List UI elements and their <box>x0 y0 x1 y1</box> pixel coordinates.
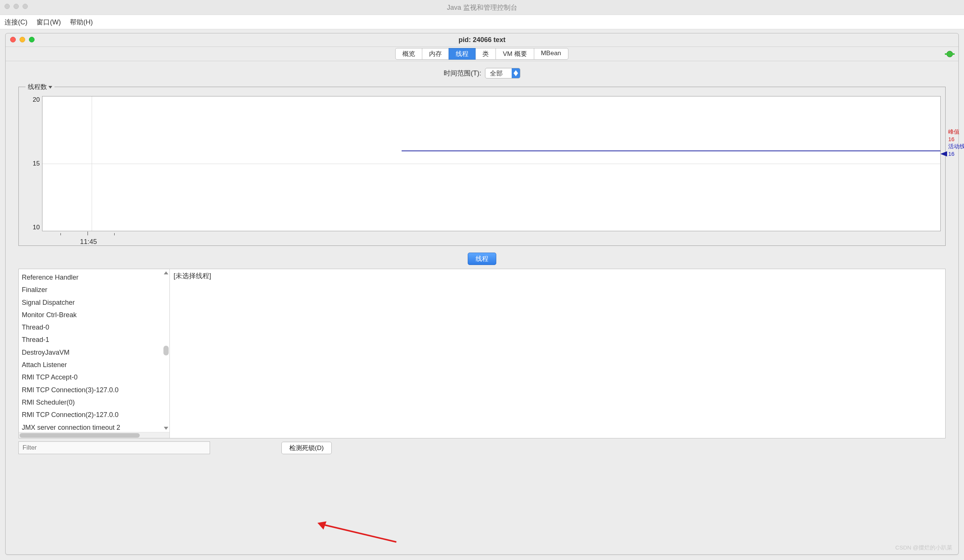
list-item[interactable]: Signal Dispatcher <box>22 297 169 309</box>
list-item[interactable]: Thread-1 <box>22 334 169 346</box>
thread-list-vscrollbar[interactable] <box>163 271 169 430</box>
y-tick: 10 <box>33 224 40 231</box>
list-item[interactable]: Monitor Ctrl-Break <box>22 309 169 321</box>
connection-title: pid: 24066 text <box>458 36 505 44</box>
legend-live-value: 16 <box>948 151 954 157</box>
x-tick-label: 11:45 <box>80 238 97 246</box>
tabs: 概览 内存 线程 类 VM 概要 MBean <box>396 48 568 60</box>
svg-marker-6 <box>940 151 947 156</box>
legend-arrow-icon <box>940 151 947 156</box>
close-icon[interactable] <box>10 37 16 42</box>
chart-y-axis: 20 15 10 <box>23 96 42 231</box>
chart-group-title: 线程数 <box>28 83 47 91</box>
chevron-down-icon <box>49 85 52 89</box>
list-item[interactable]: Reference Handler <box>22 271 169 284</box>
legend-peak-value: 16 <box>948 136 954 142</box>
detect-deadlock-button[interactable]: 检测死锁(D) <box>282 442 332 454</box>
outer-titlebar: Java 监视和管理控制台 <box>0 0 964 15</box>
tab-vmsummary[interactable]: VM 概要 <box>495 48 534 60</box>
menubar: 连接(C) 窗口(W) 帮助(H) <box>0 15 964 29</box>
threads-panel: Reference Handler Finalizer Signal Dispa… <box>18 269 946 438</box>
annotation-arrow-icon <box>318 521 400 544</box>
y-tick: 15 <box>33 160 40 167</box>
live-threads-line <box>402 151 940 151</box>
tabs-row: 概览 内存 线程 类 VM 概要 MBean <box>6 47 958 61</box>
svg-rect-1 <box>945 53 948 55</box>
outer-window-title: Java 监视和管理控制台 <box>447 3 517 12</box>
outer-dot <box>5 4 10 9</box>
list-item[interactable]: JMX server connection timeout 2 <box>22 422 169 432</box>
list-item[interactable]: Attach Listener <box>22 359 169 371</box>
filter-input[interactable] <box>18 442 210 454</box>
outer-traffic-lights <box>5 4 28 9</box>
svg-line-7 <box>322 524 396 542</box>
legend-peak-label: 峰值 <box>948 128 959 135</box>
list-item[interactable]: DestroyJavaVM <box>22 346 169 359</box>
tab-threads[interactable]: 线程 <box>449 48 475 60</box>
scroll-up-icon[interactable] <box>164 271 168 274</box>
chart-group-legend[interactable]: 线程数 <box>26 83 54 91</box>
svg-marker-8 <box>318 521 326 529</box>
menu-window[interactable]: 窗口(W) <box>36 18 61 27</box>
thread-count-chart-group: 线程数 20 15 10 <box>18 87 946 246</box>
tab-classes[interactable]: 类 <box>475 48 496 60</box>
thread-list[interactable]: Reference Handler Finalizer Signal Dispa… <box>19 269 169 432</box>
chart-plot-area[interactable]: 11:45 <box>42 96 941 231</box>
list-item[interactable]: RMI TCP Connection(3)-127.0.0 <box>22 384 169 396</box>
thread-list-hscrollbar[interactable] <box>19 432 169 438</box>
svg-marker-3 <box>513 70 518 73</box>
tab-memory[interactable]: 内存 <box>422 48 449 60</box>
thread-detail-placeholder: [未选择线程] <box>174 272 211 280</box>
thread-detail-pane: [未选择线程] <box>170 269 945 438</box>
svg-marker-4 <box>513 73 518 76</box>
chart-side-legend: 峰值 16 活动线程 16 <box>948 128 964 157</box>
list-item[interactable]: Thread-0 <box>22 321 169 334</box>
scroll-thumb[interactable] <box>163 346 169 355</box>
connection-status-icon <box>944 49 955 61</box>
time-range-row: 时间范围(T): 全部 <box>6 61 958 82</box>
select-stepper-icon <box>512 68 520 78</box>
outer-dot <box>13 4 19 9</box>
gridline <box>92 96 92 231</box>
zoom-icon[interactable] <box>29 37 34 42</box>
tab-mbeans[interactable]: MBean <box>534 48 568 60</box>
time-range-label: 时间范围(T): <box>444 69 481 78</box>
menu-help[interactable]: 帮助(H) <box>70 18 93 27</box>
tab-overview[interactable]: 概览 <box>395 48 422 60</box>
time-range-value: 全部 <box>485 68 512 78</box>
svg-rect-2 <box>952 53 954 55</box>
watermark: CSDN @摆烂的小趴菜 <box>895 544 953 551</box>
list-item[interactable]: Finalizer <box>22 284 169 296</box>
svg-marker-5 <box>49 86 52 89</box>
list-item[interactable]: RMI TCP Accept-0 <box>22 371 169 384</box>
list-item[interactable]: RMI Scheduler(0) <box>22 396 169 409</box>
time-range-select[interactable]: 全部 <box>485 68 520 78</box>
minimize-icon[interactable] <box>20 37 25 42</box>
legend-live-label: 活动线程 <box>948 143 964 149</box>
connection-window: pid: 24066 text 概览 内存 线程 类 VM 概要 MBean 时… <box>5 33 959 555</box>
traffic-lights <box>10 37 34 42</box>
threads-button[interactable]: 线程 <box>468 253 496 265</box>
scroll-thumb[interactable] <box>20 433 140 438</box>
inner-titlebar: pid: 24066 text <box>6 33 958 47</box>
scroll-down-icon[interactable] <box>164 427 168 430</box>
menu-connection[interactable]: 连接(C) <box>5 18 28 27</box>
list-item[interactable]: RMI TCP Connection(2)-127.0.0 <box>22 409 169 421</box>
outer-dot <box>23 4 28 9</box>
y-tick: 20 <box>33 96 40 104</box>
gridline <box>42 164 940 164</box>
